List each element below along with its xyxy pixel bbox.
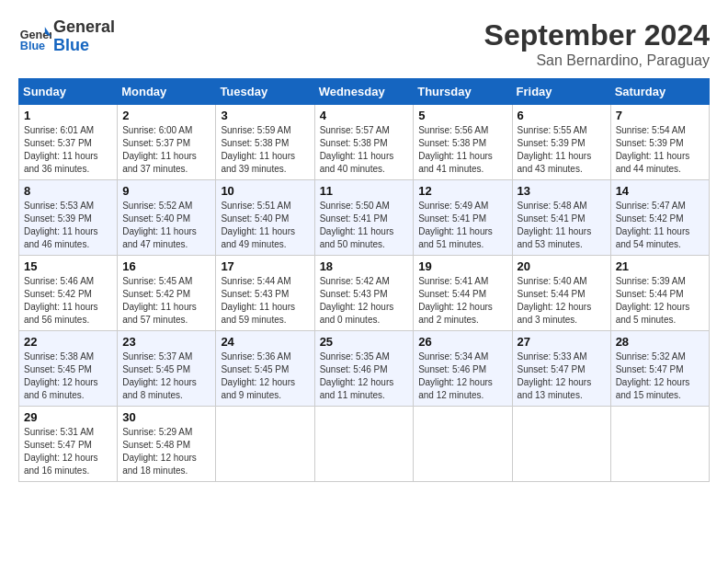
day-number: 20 [518,259,606,273]
calendar-week-row: 15Sunrise: 5:46 AM Sunset: 5:42 PM Dayli… [19,256,710,331]
day-number: 28 [616,335,704,349]
day-number: 21 [616,259,704,273]
day-info: Sunrise: 5:57 AM Sunset: 5:38 PM Dayligh… [320,124,409,176]
month-title: September 2024 [484,18,710,52]
day-info: Sunrise: 5:33 AM Sunset: 5:47 PM Dayligh… [518,350,606,402]
day-of-week-tuesday: Tuesday [216,79,314,105]
day-info: Sunrise: 5:52 AM Sunset: 5:40 PM Dayligh… [122,200,210,251]
day-info: Sunrise: 6:00 AM Sunset: 5:37 PM Dayligh… [122,124,210,176]
day-number: 16 [122,259,210,273]
day-info: Sunrise: 5:38 AM Sunset: 5:45 PM Dayligh… [24,350,112,402]
day-number: 26 [418,335,506,349]
day-number: 13 [518,184,606,198]
calendar-cell: 27Sunrise: 5:33 AM Sunset: 5:47 PM Dayli… [512,331,610,407]
day-info: Sunrise: 5:48 AM Sunset: 5:41 PM Dayligh… [518,200,606,251]
calendar-cell: 10Sunrise: 5:51 AM Sunset: 5:40 PM Dayli… [216,180,314,256]
calendar-cell: 8Sunrise: 5:53 AM Sunset: 5:39 PM Daylig… [19,180,118,256]
calendar-table: SundayMondayTuesdayWednesdayThursdayFrid… [18,78,710,482]
day-of-week-monday: Monday [118,79,216,105]
calendar-cell: 20Sunrise: 5:40 AM Sunset: 5:44 PM Dayli… [512,256,610,331]
day-info: Sunrise: 5:34 AM Sunset: 5:46 PM Dayligh… [418,350,506,402]
calendar-cell [512,407,610,482]
calendar-cell [610,407,709,482]
calendar-cell: 19Sunrise: 5:41 AM Sunset: 5:44 PM Dayli… [414,256,512,331]
calendar-cell: 29Sunrise: 5:31 AM Sunset: 5:47 PM Dayli… [19,407,118,482]
day-number: 3 [221,109,309,122]
logo-general: General [53,18,115,37]
day-number: 24 [221,335,309,349]
calendar-cell: 22Sunrise: 5:38 AM Sunset: 5:45 PM Dayli… [19,331,118,407]
calendar-cell: 21Sunrise: 5:39 AM Sunset: 5:44 PM Dayli… [610,256,709,331]
calendar-cell: 13Sunrise: 5:48 AM Sunset: 5:41 PM Dayli… [512,180,610,256]
day-info: Sunrise: 5:45 AM Sunset: 5:42 PM Dayligh… [122,275,210,327]
logo-blue: Blue [53,37,115,55]
calendar-cell: 26Sunrise: 5:34 AM Sunset: 5:46 PM Dayli… [414,331,512,407]
day-number: 5 [418,109,506,122]
day-number: 14 [616,184,704,198]
day-info: Sunrise: 5:47 AM Sunset: 5:42 PM Dayligh… [616,200,704,251]
day-info: Sunrise: 6:01 AM Sunset: 5:37 PM Dayligh… [24,124,112,176]
logo: General Blue General Blue [18,18,115,55]
logo-icon: General Blue [18,20,51,53]
day-number: 29 [24,410,112,424]
day-of-week-wednesday: Wednesday [314,79,414,105]
calendar-cell: 1Sunrise: 6:01 AM Sunset: 5:37 PM Daylig… [19,105,118,180]
day-number: 6 [518,109,606,122]
calendar-cell: 17Sunrise: 5:44 AM Sunset: 5:43 PM Dayli… [216,256,314,331]
day-number: 25 [320,335,409,349]
calendar-cell: 28Sunrise: 5:32 AM Sunset: 5:47 PM Dayli… [610,331,709,407]
calendar-week-row: 22Sunrise: 5:38 AM Sunset: 5:45 PM Dayli… [19,331,710,407]
day-info: Sunrise: 5:29 AM Sunset: 5:48 PM Dayligh… [122,426,210,477]
day-of-week-saturday: Saturday [610,79,709,105]
day-number: 8 [24,184,112,198]
calendar-cell: 30Sunrise: 5:29 AM Sunset: 5:48 PM Dayli… [118,407,216,482]
calendar-week-row: 29Sunrise: 5:31 AM Sunset: 5:47 PM Dayli… [19,407,710,482]
day-number: 7 [616,109,704,122]
day-number: 9 [122,184,210,198]
day-number: 17 [221,259,309,273]
day-number: 11 [320,184,409,198]
calendar-week-row: 1Sunrise: 6:01 AM Sunset: 5:37 PM Daylig… [19,105,710,180]
day-number: 2 [122,109,210,122]
day-info: Sunrise: 5:53 AM Sunset: 5:39 PM Dayligh… [24,200,112,251]
day-info: Sunrise: 5:46 AM Sunset: 5:42 PM Dayligh… [24,275,112,327]
svg-text:Blue: Blue [20,40,45,52]
calendar-cell: 12Sunrise: 5:49 AM Sunset: 5:41 PM Dayli… [414,180,512,256]
day-info: Sunrise: 5:55 AM Sunset: 5:39 PM Dayligh… [518,124,606,176]
day-info: Sunrise: 5:59 AM Sunset: 5:38 PM Dayligh… [221,124,309,176]
day-number: 18 [320,259,409,273]
calendar-cell: 25Sunrise: 5:35 AM Sunset: 5:46 PM Dayli… [314,331,414,407]
day-info: Sunrise: 5:31 AM Sunset: 5:47 PM Dayligh… [24,426,112,477]
day-number: 23 [122,335,210,349]
day-info: Sunrise: 5:35 AM Sunset: 5:46 PM Dayligh… [320,350,409,402]
calendar-week-row: 8Sunrise: 5:53 AM Sunset: 5:39 PM Daylig… [19,180,710,256]
day-info: Sunrise: 5:44 AM Sunset: 5:43 PM Dayligh… [221,275,309,327]
day-info: Sunrise: 5:37 AM Sunset: 5:45 PM Dayligh… [122,350,210,402]
calendar-cell: 18Sunrise: 5:42 AM Sunset: 5:43 PM Dayli… [314,256,414,331]
day-number: 19 [418,259,506,273]
location-title: San Bernardino, Paraguay [484,52,710,69]
day-info: Sunrise: 5:42 AM Sunset: 5:43 PM Dayligh… [320,275,409,327]
day-number: 22 [24,335,112,349]
day-number: 27 [518,335,606,349]
day-number: 30 [122,410,210,424]
calendar-cell: 24Sunrise: 5:36 AM Sunset: 5:45 PM Dayli… [216,331,314,407]
calendar-body: 1Sunrise: 6:01 AM Sunset: 5:37 PM Daylig… [19,105,710,482]
day-number: 12 [418,184,506,198]
calendar-cell: 7Sunrise: 5:54 AM Sunset: 5:39 PM Daylig… [610,105,709,180]
day-info: Sunrise: 5:54 AM Sunset: 5:39 PM Dayligh… [616,124,704,176]
calendar-cell [216,407,314,482]
day-info: Sunrise: 5:39 AM Sunset: 5:44 PM Dayligh… [616,275,704,327]
calendar-cell: 15Sunrise: 5:46 AM Sunset: 5:42 PM Dayli… [19,256,118,331]
calendar-cell: 2Sunrise: 6:00 AM Sunset: 5:37 PM Daylig… [118,105,216,180]
calendar-cell [414,407,512,482]
calendar-header-row: SundayMondayTuesdayWednesdayThursdayFrid… [19,79,710,105]
calendar-cell: 3Sunrise: 5:59 AM Sunset: 5:38 PM Daylig… [216,105,314,180]
title-block: September 2024 San Bernardino, Paraguay [484,18,710,69]
calendar-cell: 6Sunrise: 5:55 AM Sunset: 5:39 PM Daylig… [512,105,610,180]
calendar-cell [314,407,414,482]
day-of-week-friday: Friday [512,79,610,105]
page-header: General Blue General Blue September 2024… [18,18,710,69]
day-info: Sunrise: 5:49 AM Sunset: 5:41 PM Dayligh… [418,200,506,251]
day-info: Sunrise: 5:41 AM Sunset: 5:44 PM Dayligh… [418,275,506,327]
